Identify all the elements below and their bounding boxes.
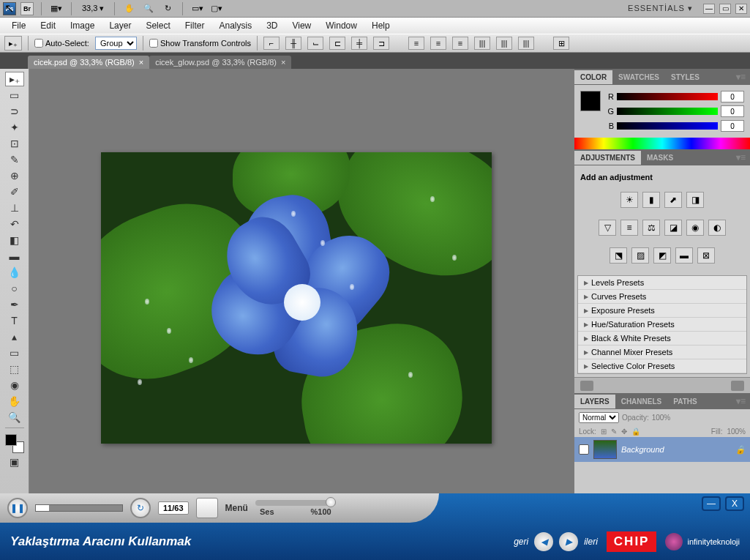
b-slider[interactable] [617, 122, 718, 130]
dist-vcenter-icon[interactable]: ≡ [430, 37, 446, 50]
rotate-view-icon[interactable]: ↻ [160, 2, 175, 15]
g-slider[interactable] [617, 108, 718, 115]
dist-hcenter-icon[interactable]: ||| [496, 37, 512, 50]
hue-icon[interactable]: ≡ [620, 220, 638, 236]
3d-tool[interactable]: ⬚ [5, 362, 24, 376]
player-minimize-button[interactable]: — [702, 496, 721, 511]
posterize-icon[interactable]: ▨ [631, 247, 649, 264]
player-close-button[interactable]: X [725, 496, 744, 511]
layer-thumbnail[interactable] [593, 440, 617, 459]
zoom-value[interactable]: 33,3 ▾ [79, 4, 107, 13]
preset-levels[interactable]: Levels Presets [578, 276, 746, 290]
color-spectrum[interactable] [574, 138, 750, 149]
menu-window[interactable]: Window [318, 18, 364, 33]
g-value[interactable] [721, 105, 744, 117]
preset-exposure[interactable]: Exposure Presets [578, 304, 746, 318]
arrange-icon[interactable]: ▦▾ [49, 2, 64, 15]
tab-channels[interactable]: CHANNELS [615, 395, 668, 408]
replay-button[interactable]: ↻ [130, 498, 151, 518]
dist-left-icon[interactable]: ||| [474, 37, 490, 50]
tab-adjustments[interactable]: ADJUSTMENTS [574, 151, 641, 165]
exposure-icon[interactable]: ◨ [686, 192, 704, 208]
blend-mode[interactable]: Normal [579, 412, 619, 423]
bw-icon[interactable]: ◪ [664, 220, 682, 236]
dist-top-icon[interactable]: ≡ [408, 37, 424, 50]
shape-tool[interactable]: ▭ [5, 346, 24, 360]
foreground-color[interactable] [580, 91, 601, 111]
tab-swatches[interactable]: SWATCHES [612, 70, 665, 84]
hand-tool-icon[interactable]: ✋ [122, 2, 137, 15]
tab-close-icon[interactable]: × [281, 58, 285, 67]
lock-all-icon[interactable]: 🔒 [631, 428, 640, 436]
tab-masks[interactable]: MASKS [641, 151, 679, 165]
hand-tool[interactable]: ✋ [5, 394, 24, 408]
menu-image[interactable]: Image [63, 18, 102, 33]
preset-selective[interactable]: Selective Color Presets [578, 359, 746, 373]
preset-curves[interactable]: Curves Presets [578, 290, 746, 304]
layer-background[interactable]: Background 🔒 [574, 437, 750, 462]
eraser-tool[interactable]: ◧ [5, 233, 24, 247]
tab-paths[interactable]: PATHS [667, 395, 702, 408]
close-button[interactable]: ✕ [735, 4, 747, 14]
menu-analysis[interactable]: Analysis [211, 18, 259, 33]
align-bottom-icon[interactable]: ⌙ [307, 37, 323, 50]
panel-menu-icon[interactable]: ▾≡ [732, 72, 750, 82]
path-select-tool[interactable]: ▴ [5, 329, 24, 344]
workspace-switcher[interactable]: ESSENTİALS ▾ [622, 2, 699, 15]
next-button[interactable]: ▶ [559, 532, 578, 551]
move-tool-icon[interactable]: ▸₊ [4, 36, 22, 51]
menu-edit[interactable]: Edit [33, 18, 63, 33]
prev-button[interactable]: ◀ [534, 532, 553, 551]
adj-clip-icon[interactable] [580, 381, 593, 391]
brush-tool[interactable]: ✐ [5, 184, 24, 199]
blur-tool[interactable]: 💧 [5, 265, 24, 280]
menu-view[interactable]: View [285, 18, 318, 33]
quick-select-tool[interactable]: ✦ [5, 120, 24, 135]
invert-icon[interactable]: ⬔ [610, 247, 627, 264]
align-top-icon[interactable]: ⌐ [263, 37, 280, 50]
preset-hue[interactable]: Hue/Saturation Presets [578, 318, 746, 332]
dist-bottom-icon[interactable]: ≡ [452, 37, 468, 50]
zoom-tool[interactable]: 🔍 [5, 410, 24, 425]
extras-icon[interactable]: ▢▾ [209, 2, 224, 15]
tab-styles[interactable]: STYLES [665, 70, 705, 84]
volume-slider[interactable] [255, 500, 336, 506]
dodge-tool[interactable]: ○ [5, 281, 24, 296]
pen-tool[interactable]: ✒ [5, 297, 24, 312]
menu-3d[interactable]: 3D [259, 18, 285, 33]
balance-icon[interactable]: ⚖ [642, 220, 660, 236]
b-value[interactable] [721, 120, 744, 132]
lock-trans-icon[interactable]: ⊞ [601, 428, 607, 436]
dist-right-icon[interactable]: ||| [518, 37, 534, 50]
screen-mode-icon[interactable]: ▭▾ [190, 2, 205, 15]
quickmask-icon[interactable]: ▣ [5, 455, 24, 469]
r-slider[interactable] [617, 93, 718, 100]
threshold-icon[interactable]: ◩ [653, 247, 671, 264]
menu-file[interactable]: File [4, 18, 33, 33]
tab-close-icon[interactable]: × [139, 58, 143, 67]
zoom-tool-icon[interactable]: 🔍 [141, 2, 156, 15]
menu-filter[interactable]: Filter [178, 18, 212, 33]
align-hcenter-icon[interactable]: ╪ [351, 37, 367, 50]
lock-pixels-icon[interactable]: ✎ [611, 428, 617, 436]
move-tool[interactable]: ▸₊ [5, 72, 24, 86]
show-transform-check[interactable]: Show Transform Controls [149, 39, 251, 48]
3d-camera-tool[interactable]: ◉ [5, 378, 24, 392]
panel-menu-icon[interactable]: ▾≡ [732, 396, 750, 406]
crop-tool[interactable]: ⊡ [5, 136, 24, 151]
stamp-tool[interactable]: ⊥ [5, 201, 24, 215]
tab-layers[interactable]: LAYERS [574, 395, 615, 408]
photo-filter-icon[interactable]: ◉ [686, 220, 704, 236]
type-tool[interactable]: T [5, 313, 24, 328]
lasso-tool[interactable]: ⊃ [5, 104, 24, 119]
selective-color-icon[interactable]: ⊠ [697, 247, 715, 264]
layer-name[interactable]: Background [621, 445, 664, 454]
align-right-icon[interactable]: ⊐ [373, 37, 389, 50]
fill-value[interactable]: 100% [727, 428, 746, 436]
canvas-area[interactable] [29, 69, 574, 493]
ps-app-icon[interactable]: Ps [3, 2, 16, 15]
menu-layer[interactable]: Layer [102, 18, 138, 33]
gradient-tool[interactable]: ▬ [5, 249, 24, 264]
history-brush-tool[interactable]: ↶ [5, 217, 24, 231]
auto-select-check[interactable]: Auto-Select: [34, 39, 89, 48]
